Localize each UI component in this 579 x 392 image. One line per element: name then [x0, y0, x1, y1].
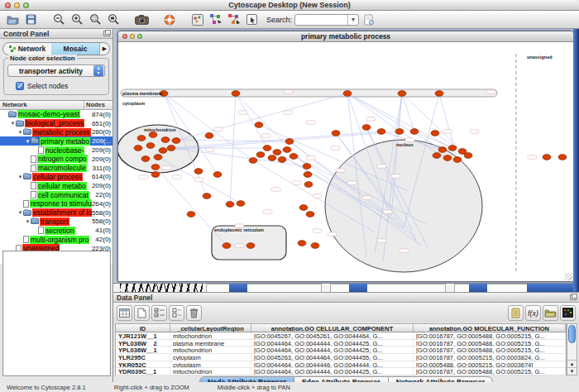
- tree-row[interactable]: secretion41(0): [0, 226, 112, 235]
- network-node[interactable]: [203, 194, 211, 199]
- network-node[interactable]: [311, 243, 319, 249]
- table-cell[interactable]: [GO:0016787, GO:0005488, GO:0005215, G..…: [414, 368, 566, 375]
- table-cell[interactable]: YLR295C: [116, 354, 170, 361]
- table-cell[interactable]: [GO:0044464, GO:0044444, GO:0044425, G..…: [251, 340, 414, 347]
- search-dropdown-arrow[interactable]: ▼: [347, 15, 358, 25]
- expand-arrow-icon[interactable]: ▼: [17, 210, 23, 215]
- network-node[interactable]: [453, 157, 462, 163]
- network-node[interactable]: [134, 146, 142, 151]
- network-node[interactable]: [151, 172, 160, 178]
- select-nodes-checkbox[interactable]: ✓: [16, 82, 24, 90]
- network-node[interactable]: [332, 131, 340, 136]
- network-from-edges-icon[interactable]: [227, 12, 242, 27]
- network-node[interactable]: [433, 153, 441, 159]
- tree-row[interactable]: ▼primary metabo209(...: [0, 136, 112, 146]
- network-node[interactable]: [255, 122, 263, 128]
- tree-row[interactable]: ▼biological_process651(0): [0, 119, 112, 128]
- column-header[interactable]: annotation.GO MOLECULAR_FUNCTION: [414, 324, 566, 332]
- tree-row[interactable]: nucleobase-209(0): [0, 146, 112, 155]
- network-node[interactable]: [273, 150, 281, 155]
- network-node[interactable]: [398, 91, 406, 97]
- network-node[interactable]: [558, 155, 567, 160]
- tree-row[interactable]: cellular metabo209(0): [0, 181, 112, 190]
- tree-row[interactable]: cell communicat22(0): [0, 190, 112, 199]
- zoom-out-icon[interactable]: [51, 12, 66, 27]
- column-header[interactable]: ID: [116, 324, 170, 332]
- tab-mosaic[interactable]: Mosaic: [51, 43, 99, 55]
- app-titlebar[interactable]: Cytoscape Desktop (New Session): [0, 0, 579, 11]
- search-options-icon[interactable]: [361, 12, 376, 27]
- network-node[interactable]: [435, 91, 443, 97]
- network-node[interactable]: [213, 172, 222, 178]
- tab-network[interactable]: Network: [3, 43, 51, 55]
- table-cell[interactable]: YJR121W__1: [116, 332, 170, 339]
- network-view-window[interactable]: primary metabolic process plasma membran…: [117, 31, 574, 282]
- network-node[interactable]: [263, 146, 271, 151]
- table-cell[interactable]: [GO:0016787, GO:0005488, GO:0005215, G..…: [414, 347, 566, 353]
- network-node[interactable]: [283, 147, 291, 153]
- table-row[interactable]: YDR039C__1mitochondrion[GO:0044464, GO:0…: [116, 368, 566, 375]
- scrollbar-thumb[interactable]: [568, 325, 576, 343]
- tree-row[interactable]: mosaic-demo-yeast874(0): [0, 110, 112, 119]
- table-cell[interactable]: [GO:0044464, GO:0044446, GO:0044444, G..…: [251, 361, 414, 368]
- table-cell[interactable]: mitochondrion: [170, 368, 251, 375]
- network-tree-header[interactable]: Network Nodes: [0, 101, 112, 110]
- table-scrollbar[interactable]: ▲ ▼: [567, 323, 577, 375]
- scroll-up-arrow[interactable]: ▲: [567, 360, 577, 367]
- tree-row[interactable]: ▼establishment of lo558(0): [0, 208, 112, 218]
- network-node[interactable]: [151, 165, 160, 170]
- zoom-fit-icon[interactable]: [106, 12, 121, 27]
- table-cell[interactable]: plasma membrane: [170, 340, 251, 347]
- table-cell[interactable]: YPL036W__2: [116, 340, 170, 347]
- network-node[interactable]: [223, 243, 231, 249]
- network-canvas[interactable]: plasma membranecytoplasmmitochondrionnuc…: [118, 42, 573, 281]
- search-input[interactable]: [295, 16, 347, 23]
- open-icon[interactable]: [5, 12, 20, 27]
- snapshot-icon[interactable]: [134, 12, 149, 27]
- network-node[interactable]: [298, 241, 306, 246]
- network-node[interactable]: [431, 131, 439, 136]
- save-icon[interactable]: [23, 12, 38, 27]
- network-node[interactable]: [146, 143, 155, 149]
- resize-grip-icon[interactable]: [565, 273, 572, 280]
- network-node[interactable]: [194, 169, 203, 174]
- table-row[interactable]: YJR121W__1mitochondrion[GO:0045267, GO:0…: [116, 332, 566, 340]
- import-attributes-icon[interactable]: [543, 305, 558, 321]
- table-cell[interactable]: [GO:0044464, GO:0044444, GO:0044425, G..…: [251, 347, 414, 353]
- tree-row[interactable]: nitrogen compo209(0): [0, 155, 112, 164]
- tree-row[interactable]: multi-organism pro42(0): [0, 235, 112, 244]
- network-node[interactable]: [377, 129, 385, 135]
- node-color-dropdown[interactable]: transporter activity ▲▼: [7, 65, 105, 77]
- network-node[interactable]: [167, 146, 175, 151]
- table-cell[interactable]: [GO:0016787, GO:0005215, GO:0003824, G..…: [414, 354, 566, 361]
- table-row[interactable]: YPL036W__2plasma membrane[GO:0044464, GO…: [116, 340, 566, 347]
- network-node[interactable]: [343, 91, 352, 97]
- zoom-selected-icon[interactable]: [88, 12, 103, 27]
- search-box[interactable]: ▼: [294, 14, 359, 26]
- network-node[interactable]: [443, 155, 452, 161]
- birds-eye-view[interactable]: [2, 251, 111, 376]
- zoom-in-icon[interactable]: [69, 12, 84, 27]
- expand-arrow-icon[interactable]: ▼: [17, 130, 23, 135]
- network-from-selection-icon[interactable]: [208, 12, 223, 27]
- network-node[interactable]: [154, 155, 162, 160]
- table-cell[interactable]: [GO:0016787, GO:0005488, GO:0005215, G..…: [414, 340, 566, 347]
- network-node[interactable]: [246, 243, 255, 249]
- network-node[interactable]: [232, 91, 240, 97]
- network-node[interactable]: [237, 201, 245, 207]
- column-header[interactable]: annotation.GO CELLULAR_COMPONENT: [251, 324, 414, 332]
- table-cell[interactable]: mitochondrion: [170, 347, 251, 353]
- select-attributes-icon[interactable]: [151, 305, 167, 321]
- network-node[interactable]: [306, 212, 314, 218]
- table-cell[interactable]: cytoplasm: [170, 354, 251, 361]
- network-node[interactable]: [149, 132, 157, 138]
- network-node[interactable]: [438, 147, 447, 153]
- network-node[interactable]: [141, 156, 150, 162]
- table-cell[interactable]: [GO:0044464, GO:0044444, GO:0044425, G..…: [251, 368, 414, 375]
- tree-row[interactable]: ▼metabolic process280(0): [0, 128, 112, 137]
- expand-arrow-icon[interactable]: ▼: [25, 219, 31, 224]
- network-node[interactable]: [448, 146, 457, 151]
- table-cell[interactable]: [GO:0045263, GO:0044464, GO:0044455, G..…: [251, 354, 414, 361]
- network-node[interactable]: [137, 136, 146, 141]
- table-row[interactable]: YLR295Ccytoplasm[GO:0045263, GO:0044464,…: [116, 354, 566, 361]
